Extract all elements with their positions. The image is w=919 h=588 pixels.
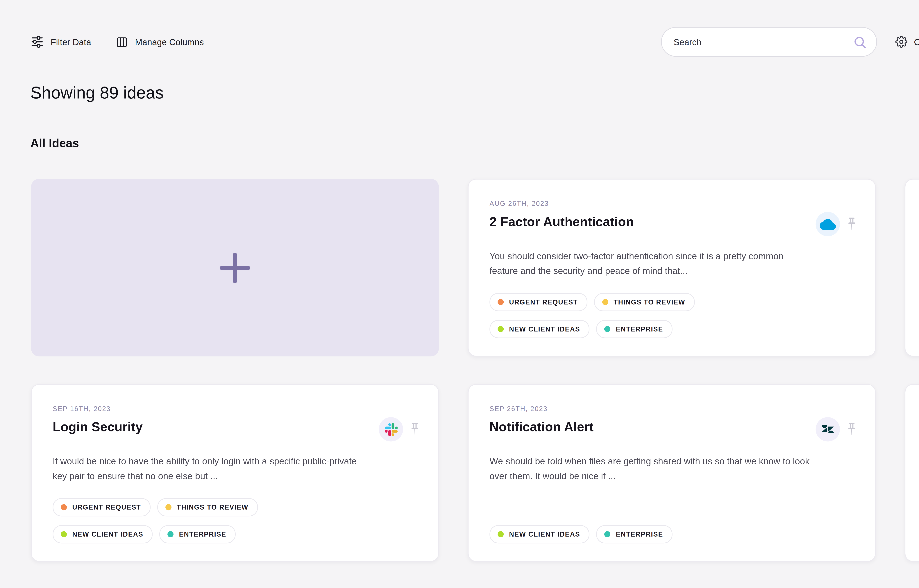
idea-card[interactable]: AUG 26TH, 20232 Factor AuthenticationYou… xyxy=(468,179,876,356)
pin-icon xyxy=(847,422,857,437)
card-description: You should consider two-factor authentic… xyxy=(489,249,854,278)
toolbar-right: Configure xyxy=(661,27,919,57)
tag-dot xyxy=(61,504,67,510)
tag-dot xyxy=(61,531,67,537)
search-icon xyxy=(853,35,867,49)
tag-row: URGENT REQUESTTHINGS TO REVIEW xyxy=(53,498,258,516)
tag-pill[interactable]: NEW CLIENT IDEAS xyxy=(489,320,590,338)
tag-dot xyxy=(165,504,171,510)
slack-icon xyxy=(379,417,403,441)
tag-dot xyxy=(497,531,504,537)
pin-button[interactable] xyxy=(410,422,420,437)
filter-data-label: Filter Data xyxy=(51,37,91,47)
pin-icon xyxy=(410,422,420,437)
tag-dot xyxy=(497,326,504,332)
tag-row: NEW CLIENT IDEASENTERPRISE xyxy=(53,525,258,543)
tag-label: NEW CLIENT IDEAS xyxy=(509,530,580,538)
tag-pill[interactable]: ENTERPRISE xyxy=(596,320,672,338)
section-title: All Ideas xyxy=(30,136,79,150)
tag-pill[interactable]: URGENT REQUEST xyxy=(53,498,150,516)
plus-icon xyxy=(217,250,252,285)
card-description: It would be nice to have the ability to … xyxy=(53,454,417,483)
manage-columns-label: Manage Columns xyxy=(135,37,204,47)
tag-rows: NEW CLIENT IDEASENTERPRISE xyxy=(489,525,672,543)
cards-grid: AUG 26TH, 20232 Factor AuthenticationYou… xyxy=(31,179,919,562)
card-icons xyxy=(379,417,420,441)
idea-card[interactable]: SEP 26TH, 2023Notification AlertWe shoul… xyxy=(468,384,876,562)
card-description: We should be told when files are getting… xyxy=(489,454,854,483)
gear-icon xyxy=(895,36,907,48)
tag-label: ENTERPRISE xyxy=(616,530,663,538)
card-title: 2 Factor Authentication xyxy=(489,215,854,229)
tag-row: NEW CLIENT IDEASENTERPRISE xyxy=(489,320,694,338)
card-icons xyxy=(816,212,857,236)
salesforce-icon xyxy=(816,212,840,236)
card-date: SEP 16TH, 2023 xyxy=(53,405,417,412)
configure-label: Configure xyxy=(914,37,919,47)
filter-data-button[interactable]: Filter Data xyxy=(30,35,91,48)
tag-dot xyxy=(604,326,611,332)
add-idea-card[interactable] xyxy=(31,179,439,356)
card-title: Notification Alert xyxy=(489,420,854,435)
tag-row: URGENT REQUESTTHINGS TO REVIEW xyxy=(489,293,694,311)
tag-pill[interactable]: URGENT REQUEST xyxy=(489,293,587,311)
tag-dot xyxy=(497,299,504,305)
tag-dot xyxy=(604,531,611,537)
sliders-icon xyxy=(30,35,44,48)
search-box xyxy=(661,27,877,57)
tag-pill[interactable]: NEW CLIENT IDEAS xyxy=(53,525,153,543)
ideas-page: Filter Data Manage Columns xyxy=(0,0,919,588)
card-title: Login Security xyxy=(53,420,417,435)
tag-dot xyxy=(602,299,608,305)
pin-icon xyxy=(847,216,857,231)
idea-card[interactable]: SEP 16TH, 2023Login SecurityIt would be … xyxy=(31,384,439,562)
tag-pill[interactable]: ENTERPRISE xyxy=(160,525,236,543)
toolbar-left: Filter Data Manage Columns xyxy=(30,27,204,57)
tag-row: NEW CLIENT IDEASENTERPRISE xyxy=(489,525,672,543)
manage-columns-button[interactable]: Manage Columns xyxy=(115,36,204,48)
tag-label: NEW CLIENT IDEAS xyxy=(509,325,580,333)
results-count: Showing 89 ideas xyxy=(30,83,163,103)
tag-label: URGENT REQUEST xyxy=(509,299,578,306)
tag-pill[interactable]: ENTERPRISE xyxy=(596,525,672,543)
card-date: AUG 26TH, 2023 xyxy=(489,200,854,207)
tag-label: THINGS TO REVIEW xyxy=(177,504,249,511)
configure-button[interactable]: Configure xyxy=(895,36,919,48)
card-icons xyxy=(816,417,857,441)
tag-rows: URGENT REQUESTTHINGS TO REVIEWNEW CLIENT… xyxy=(489,293,694,338)
tag-pill[interactable]: NEW CLIENT IDEAS xyxy=(489,525,590,543)
zendesk-icon xyxy=(816,417,840,441)
tag-dot xyxy=(168,531,174,537)
idea-card[interactable]: SEP 16TH, 2023Confirm when files are sha… xyxy=(904,179,919,356)
tag-rows: URGENT REQUESTTHINGS TO REVIEWNEW CLIENT… xyxy=(53,498,258,543)
tag-label: NEW CLIENT IDEAS xyxy=(72,530,143,538)
tag-label: URGENT REQUEST xyxy=(72,504,141,511)
tag-label: THINGS TO REVIEW xyxy=(614,299,685,306)
tag-pill[interactable]: THINGS TO REVIEW xyxy=(157,498,258,516)
pin-button[interactable] xyxy=(847,216,857,231)
idea-card[interactable]: OCT 6TH, 2023Add a recent files sectionC… xyxy=(904,384,919,562)
tag-pill[interactable]: THINGS TO REVIEW xyxy=(594,293,695,311)
card-date: SEP 26TH, 2023 xyxy=(489,405,854,412)
tag-label: ENTERPRISE xyxy=(179,530,226,538)
pin-button[interactable] xyxy=(847,422,857,437)
search-input[interactable] xyxy=(672,36,853,48)
tag-label: ENTERPRISE xyxy=(616,325,663,333)
columns-icon xyxy=(115,36,128,48)
